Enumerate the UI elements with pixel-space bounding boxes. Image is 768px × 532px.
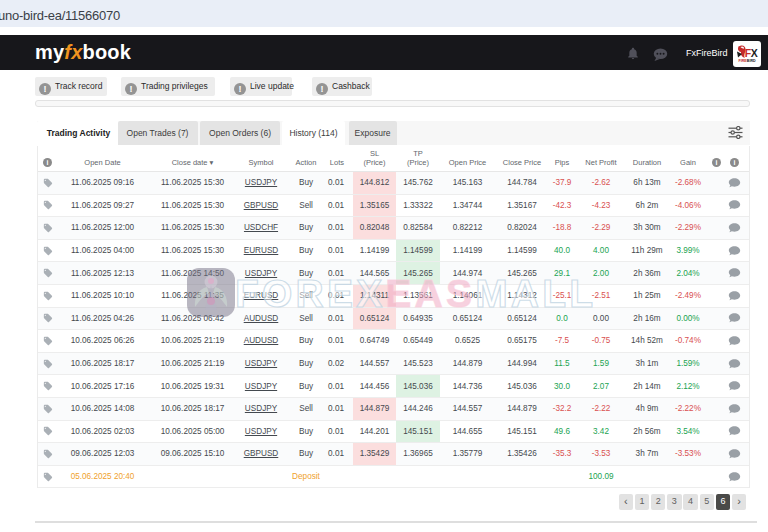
- svg-text:X: X: [751, 47, 758, 59]
- svg-text:BIRD: BIRD: [747, 59, 756, 63]
